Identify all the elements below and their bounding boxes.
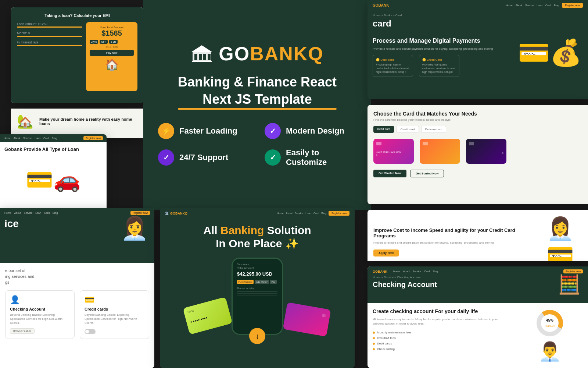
card-section-title: Process and Manage Digital Payments — [373, 38, 509, 44]
debit-desc: Providing high-quality, customized solut… — [376, 63, 410, 74]
card-breadcrumb: Home > Banks > Card — [373, 14, 583, 17]
checking-breadcrumb: Home > Service > Checking Account — [373, 276, 583, 279]
bank-building-icon — [191, 45, 213, 63]
feature-247-support: ✓ 24/7 Support — [158, 148, 250, 167]
ca-nav-home: Home — [393, 270, 400, 273]
nav-home: Home — [4, 137, 11, 139]
float-card-right: ≋ — [283, 302, 331, 337]
tab-delivery[interactable]: Delivery card — [421, 126, 447, 133]
feature-debit-label: Debit cards — [377, 342, 392, 345]
main-tagline: Banking & Finance React Next JS Template — [178, 74, 337, 108]
cp-register-btn[interactable]: Register now — [562, 3, 583, 8]
interest-label: % Interest rate — [17, 40, 82, 44]
lightning-icon: ⚡ — [162, 127, 171, 135]
bs-register-btn[interactable]: Register now — [329, 211, 349, 216]
checking-logo: GOBANK — [373, 270, 387, 273]
browse-features-btn[interactable]: Browse Feature — [10, 328, 35, 334]
svg-rect-6 — [192, 61, 212, 62]
download-btn[interactable]: ↓ — [249, 328, 265, 344]
total-amount: $1565 — [90, 29, 134, 38]
svg-rect-3 — [203, 54, 206, 60]
total-label: Your Total Amount — [90, 26, 134, 29]
svg-marker-5 — [191, 45, 212, 52]
feature-customize: ✓ Easily to Customize — [265, 148, 356, 167]
improve-desc: Provide a reliable and secure payment so… — [373, 241, 531, 245]
customize-badge: ✓ — [265, 149, 281, 166]
svg-text:+$10.07: +$10.07 — [544, 324, 555, 328]
tab-credit[interactable]: Credit card — [396, 126, 419, 133]
bullet-1 — [373, 332, 375, 334]
service-nav-blog: Blog — [53, 212, 58, 214]
card-letter-1: L — [376, 154, 411, 156]
banking-logo-icon: 🏦 — [165, 212, 169, 215]
choose-card-screenshot: Choose the Card that Matches Your Needs … — [368, 105, 588, 204]
credit-label: 🟡 Credit Card — [422, 58, 456, 61]
modern-design-badge: ✓ — [265, 123, 281, 139]
center-hero-panel: GOBANKQ Banking & Finance React Next JS … — [143, 0, 371, 210]
tab-debit[interactable]: Debit card — [373, 126, 394, 133]
loan-slider — [17, 26, 82, 28]
house-illustration: 🏠 — [90, 58, 134, 71]
nav-service: Service — [23, 137, 32, 139]
phone-btn-transfer[interactable]: Fund Transfer — [237, 280, 254, 284]
check-icon-3: ✓ — [270, 153, 276, 162]
cp-nav-about: About — [516, 4, 522, 7]
activity-line-3 — [237, 295, 277, 296]
svg-text:45%: 45% — [546, 318, 553, 322]
feature-modern-design: ✓ Modern Design — [265, 123, 356, 139]
activity-line-2 — [237, 293, 277, 294]
card-chip-3 — [469, 142, 474, 145]
ca-register-btn[interactable]: Register now — [563, 269, 583, 273]
logo-text: GOBANKQ — [219, 43, 324, 65]
card-letter-2: b — [469, 151, 503, 155]
pay-now-button[interactable]: Pay now — [90, 50, 134, 56]
nav-loan: Loan — [35, 137, 40, 139]
tagline-line2: Next JS Template — [178, 91, 337, 108]
phone-btn-pay[interactable]: Pay — [270, 280, 277, 284]
service-nav-service: Service — [24, 212, 32, 214]
loans-panel-screenshot: Home About Service Loan Card Blog Regist… — [0, 134, 107, 212]
nav-blog: Blog — [52, 137, 57, 139]
debit-label: 🟡 Debit card — [376, 58, 410, 61]
card-page-title: card — [373, 18, 583, 29]
apply-now-btn[interactable]: Apply Now — [373, 250, 399, 256]
home-loans-title: Make your dream home a reality with easy… — [39, 117, 137, 126]
cp-nav-home: Home — [506, 4, 513, 7]
register-btn[interactable]: Register now — [83, 136, 103, 140]
option-off: OFF — [100, 40, 108, 44]
checking-account-title: Checking Account — [10, 307, 70, 311]
feature-faster-loading: ⚡ Faster Loading — [158, 123, 250, 139]
get-started-btn-2[interactable]: Get Started Now — [410, 170, 444, 177]
improve-illustration: 👩‍💼💳 — [538, 216, 582, 261]
pink-credit-card: 1234 5618 7920 2000 L — [373, 139, 414, 164]
checking-account-desc: Beyond Banking Basics: Exploring Special… — [10, 313, 70, 325]
service-nav-about: About — [14, 212, 21, 214]
nav-card: Card — [43, 137, 49, 139]
service-desc-partial: e our set of — [5, 268, 149, 273]
phone-btn-add[interactable]: Add Money — [255, 280, 269, 284]
banking-logo-text: GOBANKQ — [170, 212, 187, 215]
modern-design-label: Modern Design — [286, 126, 344, 136]
feature-overdraft-label: Overdraft fees — [377, 336, 396, 340]
service-panel-screenshot: Home About Service Loan Card Blog Regist… — [0, 208, 154, 368]
check-icon-2: ✓ — [163, 153, 169, 162]
feature-writing-label: Check writing — [377, 347, 395, 351]
bs-nav-home: Home — [277, 212, 284, 215]
ca-nav-blog: Blog — [433, 270, 438, 273]
banking-title-line2: In One Place ✨ — [171, 237, 344, 250]
247-support-label: 24/7 Support — [179, 153, 228, 162]
customize-label: Easily to Customize — [286, 148, 356, 167]
checking-person-illustration: 👨‍💼 — [538, 341, 561, 362]
ca-nav-card: Card — [424, 270, 430, 273]
cp-nav-blog: Blog — [554, 4, 559, 7]
phone-balance-label: Total Amount — [237, 266, 277, 270]
card-page-screenshot: GOBANK Home About Service Loan Card Blog… — [368, 0, 588, 99]
card-chip-2 — [423, 142, 428, 145]
service-register-btn[interactable]: Register now — [130, 211, 150, 215]
credit-cards-title: Credit cards — [85, 307, 144, 311]
credit-toggle[interactable] — [85, 329, 96, 334]
feature-debit: Debit cards — [373, 341, 509, 346]
ca-nav-service: Service — [413, 270, 421, 273]
get-started-btn-1[interactable]: Get Started Now — [373, 170, 406, 177]
banking-highlight: Banking — [220, 224, 264, 236]
